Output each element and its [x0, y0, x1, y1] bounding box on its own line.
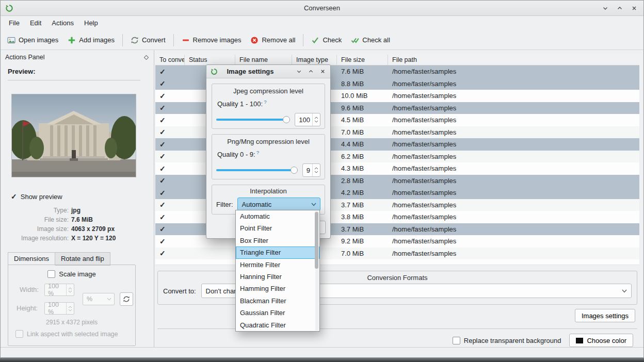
- menu-actions[interactable]: Actions: [46, 17, 79, 30]
- toolbar: Open images Add images Convert: [1, 30, 643, 50]
- filter-option[interactable]: Gaussian Filter: [236, 307, 319, 319]
- column-header-image-type[interactable]: Image type: [292, 55, 337, 65]
- link-aspect-checkbox[interactable]: Link aspect with selected image: [15, 330, 118, 338]
- scale-image-group: Scale image Width: 100 % Height: 100 %: [8, 265, 136, 346]
- help-link[interactable]: ?: [256, 150, 259, 155]
- dialog-maximize-icon[interactable]: [307, 68, 314, 75]
- filter-option[interactable]: Triangle Filter: [236, 246, 319, 258]
- column-header-status[interactable]: Status: [185, 55, 235, 65]
- remove-all-button[interactable]: Remove all: [246, 34, 300, 47]
- check-all-button[interactable]: Check all: [346, 34, 394, 47]
- column-header-file-name[interactable]: File name: [235, 55, 292, 65]
- column-header-file-size[interactable]: File size: [337, 55, 388, 65]
- table-row[interactable]: ✓7.0 MiB/home/faster/samples: [155, 248, 639, 260]
- unit-combobox[interactable]: %: [83, 293, 115, 305]
- remove-images-button[interactable]: Remove images: [177, 34, 246, 47]
- column-header-file-path[interactable]: File path: [388, 55, 639, 65]
- color-swatch-icon: [576, 338, 583, 343]
- cell-file-path: /home/faster/samples: [388, 248, 639, 260]
- help-link[interactable]: ?: [264, 99, 266, 105]
- window-title: Converseen: [1, 4, 643, 12]
- menu-edit[interactable]: Edit: [25, 17, 46, 30]
- spin-arrows-icon: [312, 164, 320, 176]
- cell-file-size: 3.7 MiB: [337, 199, 388, 211]
- add-images-button[interactable]: Add images: [63, 34, 119, 47]
- height-value: 100 %: [45, 301, 66, 316]
- filter-option[interactable]: Hamming Filter: [236, 283, 319, 294]
- filter-option[interactable]: Hermite Filter: [236, 259, 319, 271]
- filter-option[interactable]: Hanning Filter: [236, 271, 319, 283]
- filter-option[interactable]: Quadratic Filter: [236, 319, 319, 331]
- cell-file-size: 4.3 MiB: [337, 162, 388, 175]
- chevron-down-icon: [311, 203, 316, 206]
- close-icon[interactable]: [630, 4, 638, 12]
- spin-arrows-icon: [312, 113, 320, 126]
- minimize-icon[interactable]: [601, 4, 609, 12]
- jpeg-quality-label: Quality 1 - 100:: [217, 100, 263, 108]
- cell-file-size: 2.8 MiB: [337, 175, 388, 187]
- jpeg-quality-slider[interactable]: [216, 116, 290, 124]
- checkbox-box-icon: [47, 270, 55, 278]
- toolbar-separator: [173, 34, 174, 46]
- cell-file-path: /home/faster/samples: [388, 78, 639, 90]
- width-spinbox[interactable]: 100 %: [44, 284, 74, 296]
- menu-file[interactable]: File: [4, 17, 25, 30]
- dialog-title: Image settings: [206, 68, 294, 75]
- convert-label: Convert: [142, 36, 166, 44]
- png-quality-label: Quality 0 - 9:: [217, 151, 255, 158]
- meta-resolution-value: X = 120 Y = 120: [71, 235, 145, 242]
- dialog-titlebar[interactable]: Image settings: [206, 65, 330, 78]
- slider-handle[interactable]: [283, 116, 290, 123]
- column-header-to-convert[interactable]: To convert: [155, 55, 185, 65]
- filter-combobox[interactable]: Automatic: [237, 198, 321, 211]
- pixels-note: 2915 x 4372 pixels: [8, 319, 135, 326]
- cell-file-size: 9.6 MiB: [337, 102, 388, 114]
- cell-file-path: /home/faster/samples: [388, 138, 639, 151]
- choose-color-label: Choose color: [587, 337, 626, 344]
- images-settings-button[interactable]: Images settings: [575, 309, 635, 322]
- cell-file-path: /home/faster/samples: [388, 151, 639, 163]
- toolbar-separator: [122, 34, 123, 46]
- png-quality-spinbox[interactable]: 9: [302, 163, 320, 177]
- filter-option[interactable]: Blackman Filter: [236, 295, 319, 307]
- dialog-close-icon[interactable]: [319, 68, 326, 75]
- dropdown-scrollbar-track[interactable]: [315, 211, 319, 331]
- maximize-icon[interactable]: [616, 4, 624, 12]
- cell-to-convert: ✓: [155, 114, 185, 126]
- cell-to-convert: ✓: [155, 162, 185, 175]
- jpeg-quality-spinbox[interactable]: 100: [295, 113, 320, 126]
- cell-to-convert: ✓: [155, 126, 185, 139]
- filter-option[interactable]: Automatic: [236, 210, 319, 222]
- width-value: 100 %: [45, 283, 66, 297]
- cell-to-convert: ✓: [155, 199, 185, 211]
- add-images-icon: [68, 36, 76, 44]
- dialog-minimize-icon[interactable]: [295, 68, 302, 75]
- refresh-dimensions-button[interactable]: [120, 292, 133, 306]
- show-preview-checkbox[interactable]: ✓ Show preview: [11, 192, 62, 201]
- check-button[interactable]: Check: [307, 34, 346, 47]
- convert-button[interactable]: Convert: [126, 34, 170, 47]
- filter-option[interactable]: Box Filter: [236, 235, 319, 246]
- filter-option[interactable]: Point Filter: [236, 222, 319, 234]
- slider-handle[interactable]: [291, 167, 298, 174]
- open-images-button[interactable]: Open images: [3, 34, 63, 47]
- cell-file-path: /home/faster/samples: [388, 114, 639, 126]
- panel-float-icon[interactable]: [143, 55, 149, 60]
- scale-image-checkbox[interactable]: Scale image: [8, 270, 135, 278]
- scale-image-label: Scale image: [59, 270, 96, 278]
- cell-file-size: 4.4 MiB: [337, 138, 388, 151]
- check-all-icon: [351, 36, 359, 44]
- cell-file-size: 7.6 MiB: [337, 65, 388, 78]
- tab-dimensions[interactable]: Dimensions: [8, 252, 55, 266]
- png-quality-slider[interactable]: [216, 166, 298, 174]
- choose-color-button[interactable]: Choose color: [569, 334, 633, 347]
- cell-to-convert: ✓: [155, 90, 185, 102]
- dropdown-scrollbar-thumb[interactable]: [315, 212, 318, 269]
- replace-transparent-background-checkbox[interactable]: Replace transparent background: [453, 337, 561, 344]
- titlebar[interactable]: Converseen: [1, 1, 643, 16]
- menu-help[interactable]: Help: [79, 17, 103, 30]
- tab-rotate-and-flip[interactable]: Rotate and flip: [55, 252, 110, 266]
- add-images-label: Add images: [79, 36, 115, 44]
- height-spinbox[interactable]: 100 %: [44, 302, 74, 315]
- cell-file-path: /home/faster/samples: [388, 175, 639, 187]
